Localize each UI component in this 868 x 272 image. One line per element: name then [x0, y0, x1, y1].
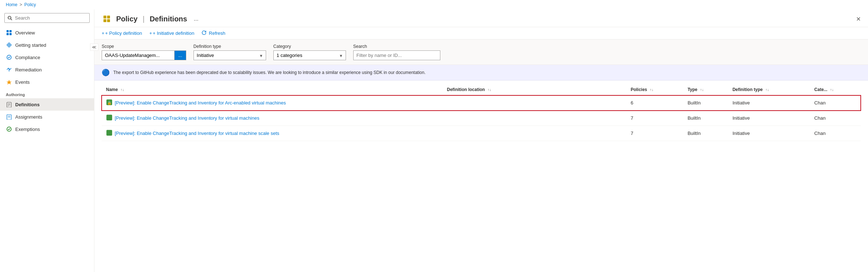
exemptions-label: Exemptions [15, 127, 40, 132]
assignments-label: Assignments [15, 114, 42, 120]
compliance-icon [6, 54, 12, 61]
row-2-policies: 7 [626, 111, 683, 126]
row-3-category: Chan [810, 126, 861, 141]
column-policies-label: Policies [631, 87, 647, 92]
search-filter-group: Search [353, 44, 440, 60]
sidebar-item-assignments[interactable]: Assignments [0, 111, 94, 123]
compliance-label: Compliance [15, 55, 40, 60]
column-def-type-label: Definition type [733, 87, 763, 92]
svg-rect-5 [9, 33, 12, 35]
add-initiative-icon: + [149, 30, 152, 36]
more-options-button[interactable]: ... [191, 15, 200, 23]
page-subtitle: Definitions [150, 15, 187, 23]
exemptions-icon [6, 126, 12, 132]
events-label: Events [15, 79, 30, 85]
row-1-name-link[interactable]: 🔒 [Preview]: Enable ChangeTracking and I… [106, 99, 438, 107]
row-2-def-type: Initiative [728, 111, 810, 126]
row-3-def-type: Initiative [728, 126, 810, 141]
breadcrumb-separator: > [20, 2, 22, 7]
scope-label: Scope [102, 44, 186, 49]
row-2-name: [Preview]: Enable ChangeTracking and Inv… [115, 115, 259, 121]
sidebar-item-remediation[interactable]: Remediation [0, 63, 94, 76]
table-row[interactable]: 🔒 [Preview]: Enable ChangeTracking and I… [102, 95, 861, 111]
authoring-section-title: Authoring [0, 88, 94, 98]
row-1-location [443, 95, 626, 111]
row-3-location [443, 126, 626, 141]
column-category[interactable]: Cate... ↑↓ [810, 83, 861, 95]
svg-point-0 [8, 16, 11, 19]
close-button[interactable]: ✕ [856, 16, 861, 22]
getting-started-icon [6, 42, 12, 48]
sidebar-item-overview[interactable]: Overview [0, 26, 94, 39]
sidebar-item-getting-started[interactable]: Getting started [0, 39, 94, 51]
svg-marker-10 [7, 80, 12, 85]
column-name[interactable]: Name ↑↓ [102, 83, 443, 95]
sort-icon-def-type: ↑↓ [765, 88, 769, 92]
definition-type-select[interactable]: Initiative All Policy [193, 50, 266, 60]
refresh-button[interactable]: Refresh [201, 30, 225, 36]
getting-started-label: Getting started [15, 42, 46, 48]
row-1-def-type: Initiative [728, 95, 810, 111]
table-row[interactable]: [Preview]: Enable ChangeTracking and Inv… [102, 126, 861, 141]
page-title: Policy [116, 15, 138, 23]
remediation-icon [6, 66, 12, 73]
add-initiative-definition-button[interactable]: + + Initiative definition [149, 30, 194, 36]
column-type[interactable]: Type ↑↓ [683, 83, 728, 95]
notice-icon: 🔵 [102, 69, 110, 77]
svg-rect-3 [9, 30, 12, 32]
row-3-name: [Preview]: Enable ChangeTracking and Inv… [115, 131, 279, 136]
column-policies[interactable]: Policies ↑↓ [626, 83, 683, 95]
name-search-input[interactable] [353, 50, 440, 60]
page-title-separator: | [143, 15, 144, 23]
sort-icon-policies: ↑↓ [650, 88, 653, 92]
scope-picker-button[interactable]: ... [174, 50, 186, 60]
scope-input[interactable] [102, 50, 174, 60]
row-2-icon [106, 114, 113, 122]
remediation-label: Remediation [15, 67, 42, 73]
definition-type-filter-group: Definition type Initiative All Policy [193, 44, 266, 60]
add-policy-definition-button[interactable]: + + Policy definition [102, 30, 142, 36]
search-icon [7, 16, 12, 21]
category-select[interactable]: 1 categories All categories [273, 50, 346, 60]
row-2-category: Chan [810, 111, 861, 126]
row-3-icon [106, 129, 113, 137]
assignments-icon [6, 114, 12, 120]
page-icon [102, 14, 112, 24]
sidebar-item-definitions[interactable]: Definitions [0, 98, 94, 111]
overview-icon [6, 29, 12, 36]
column-name-label: Name [106, 87, 118, 92]
sort-icon-category: ↑↓ [830, 88, 834, 92]
sort-icon-location: ↑↓ [488, 88, 491, 92]
column-location[interactable]: Definition location ↑↓ [443, 83, 626, 95]
row-3-name-link[interactable]: [Preview]: Enable ChangeTracking and Inv… [106, 129, 438, 137]
row-2-name-link[interactable]: [Preview]: Enable ChangeTracking and Inv… [106, 114, 438, 122]
sidebar-item-compliance[interactable]: Compliance [0, 51, 94, 63]
breadcrumb-home[interactable]: Home [6, 2, 17, 7]
collapse-sidebar-button[interactable]: ≪ [90, 44, 98, 51]
svg-line-1 [11, 18, 12, 20]
overview-label: Overview [15, 30, 35, 36]
column-def-type[interactable]: Definition type ↑↓ [728, 83, 810, 95]
definitions-table: Name ↑↓ Definition location ↑↓ Policies … [102, 83, 861, 141]
definitions-label: Definitions [15, 102, 40, 107]
notice-text: The export to GitHub experience has been… [113, 70, 425, 75]
row-3-policies: 7 [626, 126, 683, 141]
svg-rect-20 [107, 16, 110, 18]
sort-icon-name: ↑↓ [121, 88, 124, 92]
row-1-category: Chan [810, 95, 861, 111]
svg-rect-26 [106, 130, 112, 136]
table-row[interactable]: [Preview]: Enable ChangeTracking and Inv… [102, 111, 861, 126]
search-filter-label: Search [353, 44, 440, 49]
breadcrumb: Home > Policy [0, 0, 868, 9]
svg-rect-21 [103, 19, 106, 22]
row-1-name: [Preview]: Enable ChangeTracking and Inv… [115, 100, 286, 106]
notice-bar: 🔵 The export to GitHub experience has be… [94, 65, 868, 81]
category-label: Category [273, 44, 346, 49]
breadcrumb-policy[interactable]: Policy [24, 2, 36, 7]
row-1-icon: 🔒 [106, 99, 113, 107]
sidebar-search-input[interactable] [4, 13, 90, 23]
sidebar-item-events[interactable]: Events [0, 76, 94, 88]
svg-rect-2 [7, 30, 9, 32]
sidebar-item-exemptions[interactable]: Exemptions [0, 123, 94, 135]
svg-text:🔒: 🔒 [107, 100, 112, 105]
